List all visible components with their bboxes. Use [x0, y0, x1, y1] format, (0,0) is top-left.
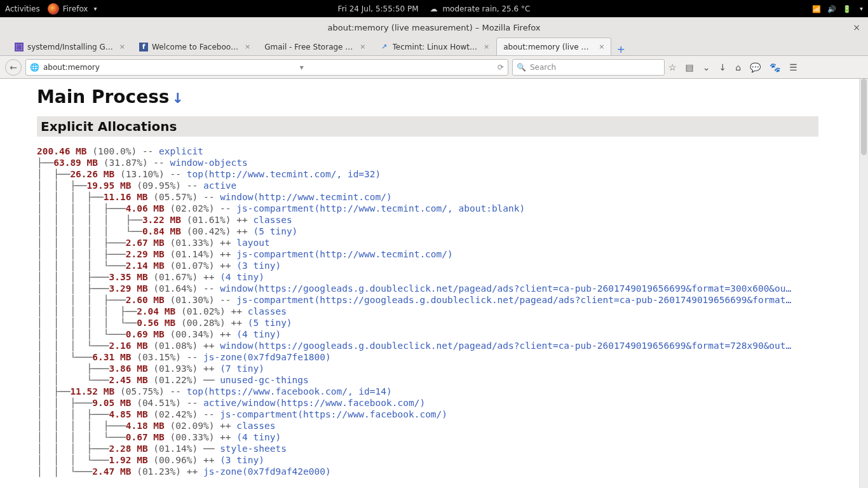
tree-row[interactable]: │ ├──26.26 MB (13.10%) -- top(http://www… — [37, 168, 868, 180]
window-close-button[interactable]: × — [853, 22, 860, 32]
tree-node-name[interactable]: classes — [254, 215, 292, 225]
new-tab-button[interactable]: + — [611, 43, 630, 55]
tree-row[interactable]: │ │ │ ├───3.35 MB (01.67%) ++ (4 tiny) — [37, 271, 868, 283]
tree-row[interactable]: │ │ │ │ ├───4.18 MB (02.09%) ++ classes — [37, 420, 868, 431]
tree-node-name[interactable]: js-compartment(http://www.tecmint.com/, … — [236, 203, 525, 214]
home-icon[interactable]: ⌂ — [735, 62, 741, 72]
tab-tecmint[interactable]: ↗ Tecmint: Linux Howt… × — [373, 37, 497, 55]
tree-separator: ++ — [220, 432, 236, 442]
tab-close-icon[interactable]: × — [245, 43, 250, 51]
tree-row[interactable]: │ │ │ │ ├───2.29 MB (01.14%) ++ js-compa… — [37, 248, 868, 260]
tree-row[interactable]: 200.46 MB (100.0%) -- explicit — [37, 146, 868, 157]
url-bar[interactable]: 🌐 about:memory ▾ ⟳ — [25, 59, 508, 76]
tab-close-icon[interactable]: × — [119, 43, 125, 51]
tree-row[interactable]: │ │ │ ├───2.28 MB (01.14%) ── style-shee… — [37, 443, 868, 454]
tree-node-name[interactable]: (3 tiny) — [236, 261, 281, 271]
tree-row[interactable]: │ │ │ │ └───2.14 MB (01.07%) ++ (3 tiny) — [37, 260, 868, 271]
tab-close-icon[interactable]: × — [599, 43, 604, 51]
tab-gmail[interactable]: Gmail - Free Storage and… × — [257, 37, 372, 55]
weather-widget[interactable]: moderate rain, 25.6 °C — [430, 4, 531, 13]
chevron-down-icon[interactable]: ▾ — [860, 5, 863, 12]
tree-row[interactable]: │ │ │ ├───4.85 MB (02.42%) -- js-compart… — [37, 409, 868, 420]
tree-separator: -- — [153, 158, 170, 168]
tree-node-name[interactable]: classes — [248, 306, 287, 316]
tree-row[interactable]: │ │ ├───3.86 MB (01.93%) ++ (7 tiny) — [37, 363, 868, 374]
pocket-icon[interactable]: ⌄ — [703, 62, 710, 72]
tree-row[interactable]: │ │ │ │ ├───4.06 MB (02.02%) -- js-compa… — [37, 203, 868, 214]
tree-node-name[interactable]: js-compartment(https://www.facebook.com/… — [220, 409, 447, 419]
tab-close-icon[interactable]: × — [360, 43, 365, 51]
vertical-scrollbar[interactable] — [859, 79, 868, 488]
tree-node-name[interactable]: style-sheets — [220, 444, 287, 454]
tree-row[interactable]: │ │ │ │ ├───2.60 MB (01.30%) -- js-compa… — [37, 294, 868, 306]
reload-button[interactable]: ⟳ — [498, 63, 504, 72]
tree-row[interactable]: │ │ │ └───2.16 MB (01.08%) ++ window(htt… — [37, 340, 868, 351]
tree-node-name[interactable]: (4 tiny) — [220, 272, 264, 282]
bookmark-star-icon[interactable]: ☆ — [668, 62, 677, 72]
active-app[interactable]: Firefox ▾ — [48, 3, 97, 15]
tab-facebook[interactable]: f Welcome to Faceboo… × — [132, 37, 257, 55]
scrollbar-thumb[interactable] — [861, 79, 867, 155]
tab-systemd[interactable]: ⬚ systemd/Installing G… × — [8, 37, 132, 55]
tree-node-name[interactable]: layout — [236, 238, 269, 248]
tree-node-name[interactable]: window(https://googleads.g.doubleclick.n… — [220, 283, 791, 294]
tree-row[interactable]: │ │ │ │ │ └──0.84 MB (00.42%) ++ (5 tiny… — [37, 226, 868, 237]
tree-node-name[interactable]: (3 tiny) — [220, 455, 264, 465]
tab-close-icon[interactable]: × — [484, 43, 489, 51]
tree-node-name[interactable]: (5 tiny) — [248, 318, 292, 328]
tree-row[interactable]: │ │ │ │ │ ├──3.22 MB (01.61%) ++ classes — [37, 214, 868, 226]
tree-row[interactable]: │ │ │ │ ├───2.67 MB (01.33%) ++ layout — [37, 237, 868, 248]
tree-node-name[interactable]: (7 tiny) — [220, 363, 264, 374]
tree-row[interactable]: │ ├──11.52 MB (05.75%) -- top(https://ww… — [37, 386, 868, 397]
search-placeholder: Search — [530, 63, 556, 72]
tree-row[interactable]: │ │ └───2.47 MB (01.23%) ++ js-zone(0x7f… — [37, 466, 868, 477]
battery-icon[interactable] — [843, 4, 851, 13]
tree-node-name[interactable]: (5 tiny) — [254, 226, 298, 236]
tree-row[interactable]: │ │ └───6.31 MB (03.15%) -- js-zone(0x7f… — [37, 351, 868, 363]
tree-row[interactable]: │ │ │ └───1.92 MB (00.96%) ++ (3 tiny) — [37, 454, 868, 466]
tree-node-name[interactable]: js-compartment(http://www.tecmint.com/) — [236, 249, 452, 259]
tree-row[interactable]: │ │ │ │ └───0.67 MB (00.33%) ++ (4 tiny) — [37, 431, 868, 443]
tree-size: 0.69 MB — [126, 329, 165, 339]
tree-row[interactable]: │ │ │ ├──11.16 MB (05.57%) -- window(htt… — [37, 191, 868, 203]
tree-percent: (00.28%) — [175, 318, 231, 328]
chat-icon[interactable]: 💬 — [750, 62, 761, 72]
activities-button[interactable]: Activities — [5, 4, 40, 13]
tree-node-name[interactable]: js-compartment(https://googleads.g.doubl… — [236, 295, 791, 305]
tree-node-name[interactable]: unused-gc-things — [220, 375, 309, 385]
volume-icon[interactable] — [827, 4, 836, 13]
tree-node-name[interactable]: (4 tiny) — [236, 432, 281, 442]
wifi-icon[interactable] — [812, 4, 821, 13]
search-bar[interactable]: 🔍 Search — [512, 59, 665, 76]
tree-node-name[interactable]: active — [203, 180, 236, 191]
tab-about-memory[interactable]: about:memory (live mea… × — [496, 37, 611, 55]
tree-node-name[interactable]: (4 tiny) — [236, 329, 281, 339]
tree-node-name[interactable]: window(http://www.tecmint.com/) — [220, 192, 392, 202]
tree-row[interactable]: │ │ │ ├───3.29 MB (01.64%) -- window(htt… — [37, 283, 868, 294]
reading-list-icon[interactable]: ▤ — [686, 62, 694, 72]
tree-node-name[interactable]: explicit — [159, 146, 203, 156]
tree-row[interactable]: │ │ │ │ │ ├──2.04 MB (01.02%) ++ classes — [37, 306, 868, 317]
tree-row[interactable]: │ │ │ │ └───0.69 MB (00.34%) ++ (4 tiny) — [37, 329, 868, 340]
menu-icon[interactable]: ☰ — [789, 62, 797, 72]
tree-row[interactable]: │ │ └───2.45 MB (01.22%) ── unused-gc-th… — [37, 374, 868, 386]
tree-node-name[interactable]: js-zone(0x7fd9a7fe1800) — [203, 352, 331, 362]
tree-node-name[interactable]: window-objects — [170, 158, 248, 168]
tree-node-name[interactable]: classes — [236, 421, 275, 431]
downloads-icon[interactable]: ↓ — [719, 62, 727, 72]
tree-node-name[interactable]: top(http://www.tecmint.com/, id=32) — [187, 169, 381, 179]
tree-row[interactable]: │ │ ├───9.05 MB (04.51%) -- active/windo… — [37, 397, 868, 409]
tree-row[interactable]: │ │ ├──19.95 MB (09.95%) -- active — [37, 180, 868, 191]
tree-row[interactable]: │ │ │ │ │ └──0.56 MB (00.28%) ++ (5 tiny… — [37, 317, 868, 329]
back-button[interactable]: ← — [5, 59, 22, 76]
tree-size: 2.67 MB — [126, 238, 165, 248]
addon-icon[interactable]: 🐾 — [770, 62, 780, 72]
anchor-icon[interactable]: ↓ — [172, 90, 184, 106]
tree-node-name[interactable]: top(https://www.facebook.com/, id=14) — [187, 386, 392, 396]
tree-row[interactable]: ├──63.89 MB (31.87%) -- window-objects — [37, 157, 868, 168]
tree-node-name[interactable]: active/window(https://www.facebook.com/) — [203, 398, 425, 408]
tree-node-name[interactable]: window(https://googleads.g.doubleclick.n… — [220, 341, 791, 351]
tree-node-name[interactable]: js-zone(0x7fd9af42e000) — [203, 466, 331, 477]
tab-title: systemd/Installing G… — [27, 43, 113, 51]
clock[interactable]: Fri 24 Jul, 5:55:50 PM — [338, 4, 419, 13]
